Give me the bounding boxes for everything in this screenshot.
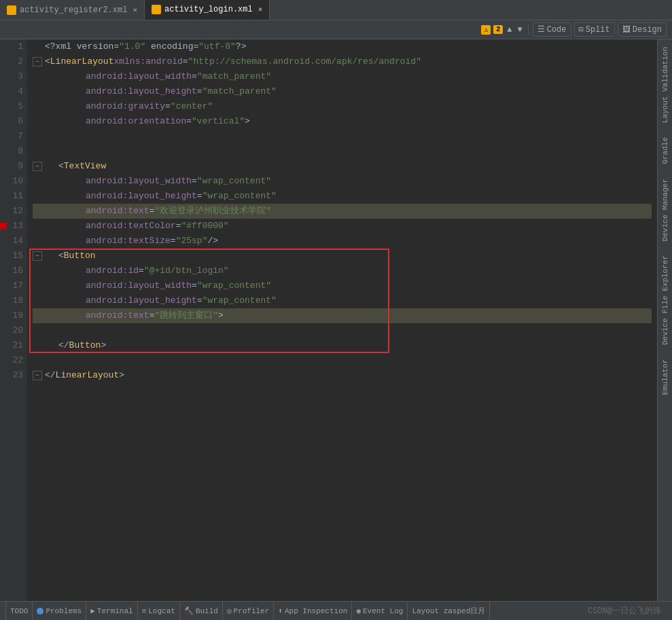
- tab-register[interactable]: activity_register2.xml ✕: [0, 0, 145, 20]
- code-editor: 1 2 3 4 5 6 7 8 9 10 11 12 13 14 15 16 1…: [0, 39, 657, 601]
- line-num-14: 14: [0, 234, 23, 249]
- app-inspection-icon: ⬆: [278, 606, 283, 615]
- event-log-label: Event Log: [363, 607, 403, 615]
- code-view-button[interactable]: ☰ Code: [533, 22, 571, 37]
- app-inspection-label: App Inspection: [285, 607, 347, 615]
- code-line-11: android:layout_height="wrap_content": [33, 189, 652, 204]
- layout-label: Layout zasped日月: [412, 606, 485, 616]
- layout-validation-label: Layout Validation: [661, 47, 669, 123]
- status-bar: TODO Problems ▶ Terminal ≡ Logcat 🔨 Buil…: [0, 601, 672, 620]
- main-area: 1 2 3 4 5 6 7 8 9 10 11 12 13 14 15 16 1…: [0, 39, 672, 601]
- code-line-7: [33, 129, 652, 144]
- sidebar-tab-device-manager[interactable]: Device Manager: [658, 171, 672, 248]
- fold-icon-23[interactable]: −: [33, 371, 42, 380]
- line-num-2: 2: [0, 54, 23, 69]
- status-profiler[interactable]: ◎ Profiler: [223, 602, 274, 620]
- logcat-icon: ≡: [142, 607, 147, 615]
- code-view-icon: ☰: [537, 24, 545, 35]
- code-view-label: Code: [547, 25, 567, 35]
- split-view-icon: ⊡: [579, 24, 584, 35]
- warning-count: 2: [493, 25, 503, 34]
- nav-up-arrow[interactable]: ▲: [506, 25, 513, 35]
- split-view-button[interactable]: ⊡ Split: [574, 22, 615, 37]
- sidebar-tab-layout-validation[interactable]: Layout Validation: [658, 39, 672, 130]
- code-line-16: android:id="@+id/btn_login": [33, 263, 652, 278]
- status-logcat[interactable]: ≡ Logcat: [138, 602, 180, 620]
- code-line-21: </Button>: [33, 338, 652, 353]
- line-num-21: 21: [0, 338, 23, 353]
- design-view-button[interactable]: 🖼 Design: [618, 22, 667, 37]
- view-toolbar: ⚠ 2 ▲ ▼ ☰ Code ⊡ Split 🖼 Design: [0, 20, 672, 39]
- tab-register-close[interactable]: ✕: [132, 5, 137, 14]
- sidebar-tab-device-file-explorer[interactable]: Device File Explorer: [658, 248, 672, 352]
- sidebar-tab-gradle[interactable]: Gradle: [658, 130, 672, 171]
- event-log-icon: ◉: [356, 606, 361, 615]
- line-num-11: 11: [0, 189, 23, 204]
- tab-login[interactable]: activity_login.xml ✕: [145, 0, 270, 20]
- line-num-19: 19: [0, 308, 23, 323]
- code-line-1: <?xml version="1.0" encoding="utf-8"?>: [33, 39, 652, 54]
- status-layout[interactable]: Layout zasped日月: [408, 602, 490, 620]
- error-indicator-13: [0, 223, 7, 230]
- device-file-explorer-label: Device File Explorer: [661, 255, 669, 345]
- line-num-8: 8: [0, 144, 23, 159]
- gradle-label: Gradle: [661, 137, 669, 164]
- right-sidebar: Layout Validation Gradle Device Manager …: [657, 39, 672, 601]
- build-label: Build: [196, 607, 218, 615]
- code-line-17: android:layout_width="wrap_content": [33, 278, 652, 293]
- code-line-10: android:layout_width="wrap_content": [33, 174, 652, 189]
- line-num-20: 20: [0, 323, 23, 338]
- terminal-label: Terminal: [97, 607, 133, 615]
- status-build[interactable]: 🔨 Build: [180, 602, 223, 620]
- nav-down-arrow[interactable]: ▼: [516, 25, 524, 35]
- line-numbers: 1 2 3 4 5 6 7 8 9 10 11 12 13 14 15 16 1…: [0, 39, 27, 601]
- code-line-12: android:text="欢迎登录泸州职业技术学院": [33, 204, 652, 219]
- design-view-label: Design: [633, 25, 662, 35]
- emulator-label: Emulator: [661, 359, 669, 395]
- tab-login-label: activity_login.xml: [164, 5, 253, 14]
- device-manager-label: Device Manager: [661, 179, 669, 241]
- line-num-15: 15: [0, 249, 23, 263]
- status-todo[interactable]: TODO: [5, 602, 33, 620]
- line-num-4: 4: [0, 84, 23, 99]
- status-terminal[interactable]: ▶ Terminal: [86, 602, 137, 620]
- toolbar-sep-1: [528, 24, 529, 35]
- code-area[interactable]: 1 2 3 4 5 6 7 8 9 10 11 12 13 14 15 16 1…: [0, 39, 657, 601]
- code-line-19: android:text="跳转到主窗口">: [33, 308, 652, 323]
- code-line-15: − <Button: [33, 249, 652, 263]
- code-content[interactable]: <?xml version="1.0" encoding="utf-8"?> −…: [27, 39, 657, 601]
- line-num-6: 6: [0, 114, 23, 129]
- warning-badge: ⚠: [481, 25, 491, 35]
- line-num-9: 9: [0, 159, 23, 174]
- fold-icon-15[interactable]: −: [33, 251, 42, 261]
- status-app-inspection[interactable]: ⬆ App Inspection: [274, 602, 352, 620]
- status-problems[interactable]: Problems: [33, 602, 86, 620]
- line-num-12: 12: [0, 204, 23, 219]
- code-line-20: [33, 323, 652, 338]
- code-line-5: android:gravity="center": [33, 99, 652, 114]
- code-line-23: − </LinearLayout>: [33, 368, 652, 383]
- tab-register-label: activity_register2.xml: [20, 5, 127, 15]
- xml-file-icon: [7, 5, 16, 15]
- code-line-14: android:textSize="25sp"/>: [33, 234, 652, 249]
- line-num-10: 10: [0, 174, 23, 189]
- code-line-22: [33, 353, 652, 368]
- line-num-22: 22: [0, 353, 23, 368]
- line-num-3: 3: [0, 69, 23, 84]
- fold-icon-9[interactable]: −: [33, 162, 42, 171]
- design-view-icon: 🖼: [622, 24, 631, 35]
- tab-login-close[interactable]: ✕: [258, 5, 263, 14]
- profiler-label: Profiler: [234, 607, 270, 615]
- sidebar-tab-emulator[interactable]: Emulator: [658, 352, 672, 402]
- problems-icon: [37, 608, 43, 615]
- line-num-13: 13: [0, 219, 23, 234]
- terminal-icon: ▶: [90, 606, 95, 615]
- code-line-18: android:layout_height="wrap_content": [33, 293, 652, 308]
- code-line-2: − <LinearLayout xmlns:android="http://sc…: [33, 54, 652, 69]
- fold-icon-2[interactable]: −: [33, 57, 42, 67]
- line-num-17: 17: [0, 278, 23, 293]
- build-icon: 🔨: [184, 606, 194, 615]
- code-line-6: android:orientation="vertical">: [33, 114, 652, 129]
- line-num-23: 23: [0, 368, 23, 383]
- status-event-log[interactable]: ◉ Event Log: [352, 602, 408, 620]
